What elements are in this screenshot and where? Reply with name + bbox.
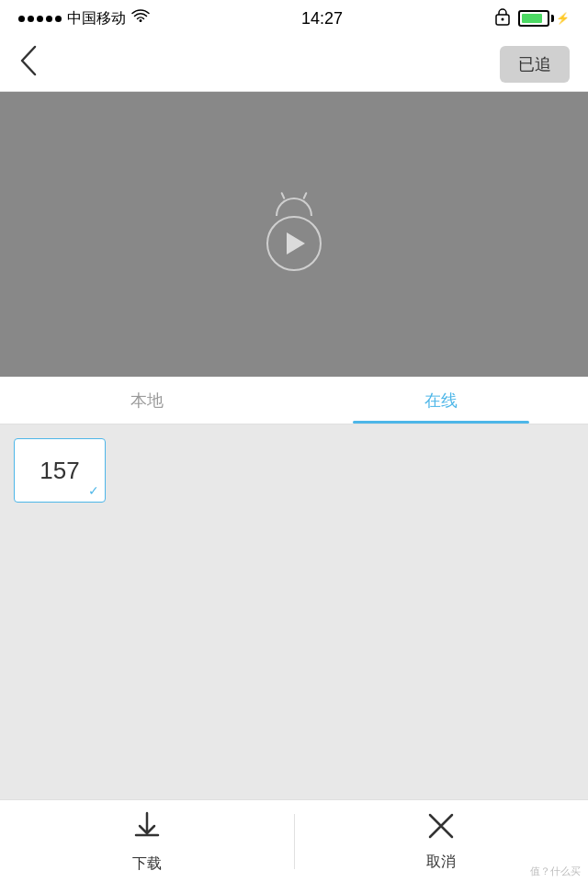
status-bar: 中国移动 14:27 ⚡ [0, 0, 588, 37]
battery-tip [551, 15, 554, 22]
signal-dot-5 [55, 16, 62, 22]
wifi-icon [131, 9, 150, 28]
battery-bolt-icon: ⚡ [556, 12, 570, 25]
tab-online-label: 在线 [424, 390, 458, 412]
download-button[interactable]: 下载 [0, 800, 294, 882]
tab-online[interactable]: 在线 [294, 377, 588, 424]
status-time: 14:27 [301, 9, 343, 28]
signal-dots [18, 16, 62, 22]
cancel-button[interactable]: 取消 值？什么买 [295, 800, 589, 882]
content-area: 157 ✓ [0, 424, 588, 810]
close-icon [426, 811, 456, 847]
watermark: 值？什么买 [530, 865, 581, 878]
svg-point-1 [501, 18, 503, 21]
bottom-bar: 下载 取消 值？什么买 [0, 799, 588, 882]
antenna-left [280, 192, 285, 199]
back-button[interactable] [18, 40, 48, 88]
download-label: 下载 [132, 854, 162, 874]
play-button[interactable] [266, 216, 322, 271]
signal-dot-3 [37, 16, 43, 22]
status-left: 中国移动 [18, 9, 150, 28]
nav-bar: 已追 [0, 37, 588, 92]
episode-number: 157 [40, 457, 79, 485]
lock-icon [494, 7, 511, 29]
android-head-icon [276, 198, 312, 216]
battery-body [518, 10, 549, 27]
battery-fill [522, 14, 542, 23]
episode-checkmark-icon: ✓ [88, 483, 99, 498]
status-right: ⚡ [494, 7, 570, 29]
episode-item-157[interactable]: 157 ✓ [14, 438, 106, 503]
carrier-label: 中国移动 [67, 9, 126, 28]
tab-bar: 本地 在线 [0, 377, 588, 424]
video-player[interactable] [0, 92, 588, 377]
follow-button[interactable]: 已追 [500, 46, 570, 83]
signal-dot-4 [46, 16, 52, 22]
tab-local[interactable]: 本地 [0, 377, 294, 424]
download-icon [130, 809, 164, 849]
tab-local-label: 本地 [130, 390, 164, 412]
signal-dot-1 [18, 16, 25, 22]
signal-dot-2 [28, 16, 34, 22]
antenna-right [302, 192, 307, 199]
cancel-label: 取消 [426, 853, 456, 872]
battery-indicator: ⚡ [518, 10, 570, 27]
